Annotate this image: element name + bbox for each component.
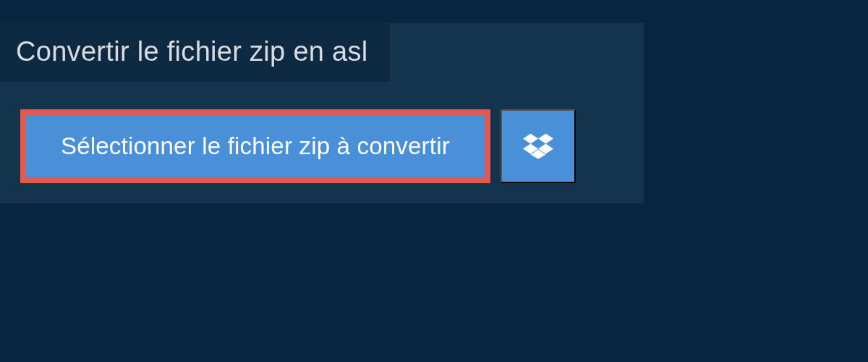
dropbox-icon [523,131,553,161]
select-file-button[interactable]: Sélectionner le fichier zip à convertir [20,109,490,183]
button-row: Sélectionner le fichier zip à convertir [20,109,644,183]
dropbox-button[interactable] [501,109,576,183]
converter-panel: Convertir le fichier zip en asl Sélectio… [0,23,644,203]
page-title: Convertir le fichier zip en asl [16,36,368,67]
heading-container: Convertir le fichier zip en asl [0,23,390,82]
